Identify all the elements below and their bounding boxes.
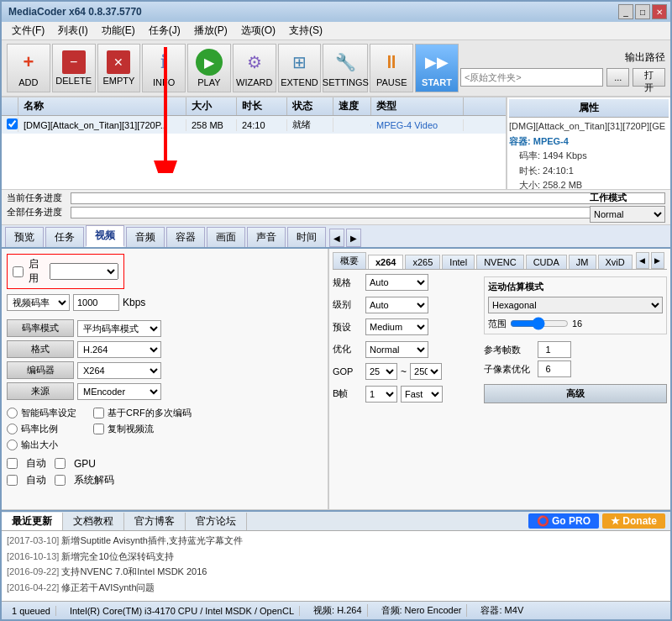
subpixel-input[interactable] bbox=[538, 360, 571, 377]
donate-button[interactable]: ★ Donate bbox=[602, 513, 665, 529]
pause-button[interactable]: ⏸ PAUSE bbox=[370, 44, 413, 92]
menu-play[interactable]: 播放(P) bbox=[187, 22, 234, 39]
delete-button[interactable]: − DELETE bbox=[52, 44, 96, 92]
advanced-button[interactable]: 高级 bbox=[484, 384, 667, 403]
rtab-summary[interactable]: 概要 bbox=[333, 252, 366, 269]
smart-bitrate-radio[interactable] bbox=[7, 408, 18, 418]
rtab-x264[interactable]: x264 bbox=[368, 255, 403, 269]
header-check bbox=[2, 97, 18, 115]
video-rate-row: 视频码率 Kbps bbox=[7, 294, 323, 311]
auto1-checkbox[interactable] bbox=[7, 458, 18, 469]
video-rate-type-select[interactable]: 视频码率 bbox=[7, 294, 70, 311]
row-checkbox[interactable] bbox=[2, 118, 18, 132]
source-button[interactable]: 来源 bbox=[7, 382, 74, 400]
play-button[interactable]: ▶ PLAY bbox=[187, 44, 231, 92]
minimize-button[interactable]: _ bbox=[618, 4, 633, 19]
tab-nav-right[interactable]: ▶ bbox=[346, 229, 361, 247]
tab-preview[interactable]: 预览 bbox=[5, 227, 44, 247]
rate-mode-button[interactable]: 码率模式 bbox=[7, 319, 74, 337]
level-select[interactable]: Auto bbox=[365, 297, 428, 313]
rtab-xvid[interactable]: XviD bbox=[598, 255, 633, 269]
format-button[interactable]: 格式 bbox=[7, 340, 74, 358]
menu-support[interactable]: 支持(S) bbox=[282, 22, 329, 39]
maximize-button[interactable]: □ bbox=[635, 4, 650, 19]
optimize-select[interactable]: Normal Film Animation bbox=[365, 341, 428, 358]
output-size-row: 输出大小 bbox=[7, 439, 76, 451]
tab-nav-left[interactable]: ◀ bbox=[329, 229, 344, 247]
menu-file[interactable]: 文件(F) bbox=[5, 22, 51, 39]
add-button[interactable]: + ADD bbox=[7, 44, 50, 92]
copy-stream-checkbox[interactable] bbox=[93, 424, 104, 434]
gpu-checkbox[interactable] bbox=[55, 458, 66, 469]
header-state: 状态 bbox=[287, 97, 333, 115]
news-text-0: 新增Suptitle Avisynth插件,支持蓝光字幕文件 bbox=[61, 535, 243, 545]
rtab-nav-left[interactable]: ◀ bbox=[636, 252, 649, 269]
news-tab-forum[interactable]: 官方论坛 bbox=[186, 513, 247, 530]
bframe-count-select[interactable]: 1 bbox=[365, 386, 397, 403]
rate-mode-select[interactable]: 平均码率模式 恒定质量模式 固定码率模式 bbox=[77, 320, 161, 337]
news-tab-docs[interactable]: 文档教程 bbox=[63, 513, 124, 530]
gop-min-select[interactable]: 25 bbox=[365, 363, 397, 380]
based-crf-checkbox[interactable] bbox=[93, 408, 104, 418]
preset-select[interactable]: Medium Fast Slow bbox=[365, 318, 428, 335]
rtab-nav-right[interactable]: ▶ bbox=[651, 252, 664, 269]
ref-frames-input[interactable] bbox=[538, 341, 571, 358]
browse-button[interactable]: ... bbox=[606, 68, 629, 87]
wizard-button[interactable]: ⚙ WIZARD bbox=[233, 44, 276, 92]
settings-button[interactable]: 🔧 SETTINGS bbox=[323, 44, 368, 92]
tab-task[interactable]: 任务 bbox=[45, 227, 84, 247]
info-button[interactable]: ℹ INFO bbox=[142, 44, 186, 92]
tab-audio[interactable]: 音频 bbox=[126, 227, 165, 247]
rtab-cuda[interactable]: CUDA bbox=[526, 255, 567, 269]
motion-select[interactable]: Hexagonal Diamond Uneven Multi-Hexagon E… bbox=[488, 297, 663, 313]
empty-button[interactable]: ✕ EMPTY bbox=[97, 44, 141, 92]
motion-box: 运动估算模式 Hexagonal Diamond Uneven Multi-He… bbox=[484, 276, 667, 334]
tab-time[interactable]: 时间 bbox=[287, 227, 326, 247]
tab-picture[interactable]: 画面 bbox=[207, 227, 245, 247]
menu-function[interactable]: 功能(E) bbox=[95, 22, 142, 39]
close-button[interactable]: ✕ bbox=[652, 4, 667, 19]
auto2-checkbox[interactable] bbox=[7, 475, 18, 486]
encoder-button[interactable]: 编码器 bbox=[7, 361, 74, 379]
open-folder-button[interactable]: 打开 bbox=[633, 68, 665, 87]
format-select[interactable]: H.264 H.265 bbox=[77, 341, 161, 358]
extend-button[interactable]: ⊞ EXTEND bbox=[278, 44, 322, 92]
source-row: 来源 MEncoder FFmpeg bbox=[7, 382, 323, 400]
table-row[interactable]: [DMG][Attack_on_Titan][31][720P... 258 M… bbox=[2, 116, 506, 134]
smart-bitrate-label: 智能码率设定 bbox=[21, 407, 76, 419]
status-audio: 音频: Nero Encoder bbox=[376, 604, 468, 617]
profile-select[interactable]: Auto Baseline Main High bbox=[365, 274, 428, 291]
enable-row: 启用 bbox=[7, 254, 124, 289]
rtab-x265[interactable]: x265 bbox=[405, 255, 440, 269]
tab-video[interactable]: 视频 bbox=[86, 225, 124, 247]
enable-select[interactable] bbox=[50, 263, 118, 280]
output-size-radio[interactable] bbox=[7, 439, 18, 450]
copy-stream-label: 复制视频流 bbox=[108, 423, 154, 435]
menu-task[interactable]: 任务(J) bbox=[142, 22, 187, 39]
rtab-intel[interactable]: Intel bbox=[442, 255, 475, 269]
range-slider[interactable] bbox=[510, 317, 569, 330]
rtab-jm[interactable]: JM bbox=[569, 255, 596, 269]
output-path-input[interactable] bbox=[460, 68, 603, 87]
gop-label: GOP bbox=[333, 366, 362, 376]
rtab-nvenc[interactable]: NVENC bbox=[476, 255, 524, 269]
go-pro-button[interactable]: ⭕ Go PRO bbox=[528, 513, 599, 529]
bframe-type-select[interactable]: Fast Normal bbox=[401, 386, 443, 403]
work-mode-select[interactable]: Normal Batch bbox=[590, 206, 665, 223]
source-select[interactable]: MEncoder FFmpeg bbox=[77, 383, 161, 400]
tab-container[interactable]: 容器 bbox=[166, 227, 205, 247]
enable-checkbox[interactable] bbox=[13, 266, 24, 277]
news-tab-updates[interactable]: 最近更新 bbox=[2, 513, 63, 530]
news-tab-blog[interactable]: 官方博客 bbox=[124, 513, 186, 530]
prop-container: 容器: MPEG-4 bbox=[509, 134, 669, 150]
start-button[interactable]: ▶▶ START bbox=[415, 44, 459, 92]
bitrate-ratio-radio[interactable] bbox=[7, 424, 18, 434]
encoder-select[interactable]: X264 X265 NVENC bbox=[77, 362, 161, 379]
tab-sound[interactable]: 声音 bbox=[247, 227, 286, 247]
menu-options[interactable]: 选项(O) bbox=[234, 22, 282, 39]
system-decode-checkbox[interactable] bbox=[55, 475, 66, 486]
gop-max-select[interactable]: 250 bbox=[410, 363, 442, 380]
video-rate-input[interactable] bbox=[73, 294, 119, 311]
subpixel-row: 子像素优化 bbox=[484, 360, 667, 377]
menu-list[interactable]: 列表(I) bbox=[51, 22, 94, 39]
